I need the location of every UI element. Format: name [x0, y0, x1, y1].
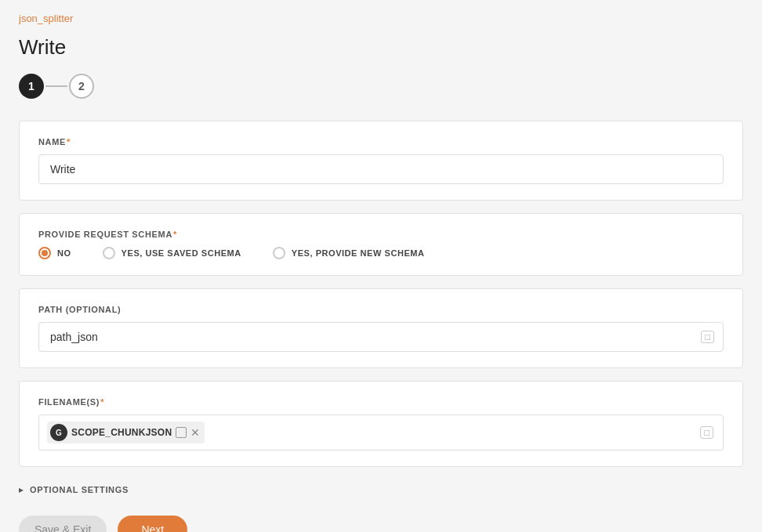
radio-dot-no [38, 247, 51, 259]
save-exit-button[interactable]: Save & Exit [19, 516, 107, 532]
schema-label: PROVIDE REQUEST SCHEMA* [38, 230, 724, 239]
name-label: NAME* [38, 137, 724, 147]
step-connector [45, 85, 67, 87]
schema-section: PROVIDE REQUEST SCHEMA* NO YES, USE SAVE… [19, 213, 743, 276]
optional-settings-toggle[interactable]: ▸ OPTIONAL SETTINGS [19, 480, 743, 500]
breadcrumb[interactable]: json_splitter [19, 13, 743, 24]
filenames-section: FILENAME(S)* G SCOPE_CHUNKJSON ✕ □ [19, 381, 743, 467]
page-container: json_splitter Write 1 2 NAME* PROVIDE RE… [0, 0, 762, 532]
next-button[interactable]: Next [118, 516, 187, 532]
v-icon-path[interactable]: □ [701, 331, 714, 343]
name-input[interactable] [38, 154, 724, 184]
radio-option-new[interactable]: YES, PROVIDE NEW SCHEMA [273, 247, 425, 259]
radio-dot-saved [103, 247, 115, 259]
radio-group: NO YES, USE SAVED SCHEMA YES, PROVIDE NE… [38, 247, 724, 259]
filename-tag: G SCOPE_CHUNKJSON ✕ [47, 422, 205, 443]
radio-option-saved[interactable]: YES, USE SAVED SCHEMA [103, 247, 241, 259]
page-title: Write [19, 35, 743, 60]
step-1: 1 [19, 74, 44, 99]
filenames-label: FILENAME(S)* [38, 397, 724, 407]
tag-text: SCOPE_CHUNKJSON [71, 427, 172, 438]
filenames-input-area[interactable]: G SCOPE_CHUNKJSON ✕ □ [38, 414, 724, 451]
optional-settings-label: OPTIONAL SETTINGS [30, 485, 129, 494]
step-2: 2 [69, 74, 94, 99]
radio-label-saved: YES, USE SAVED SCHEMA [122, 248, 241, 258]
tag-close-icon[interactable]: ✕ [190, 427, 200, 438]
path-input-wrapper: □ [38, 322, 724, 352]
button-bar: Save & Exit Next [19, 516, 743, 532]
tag-square-icon[interactable] [176, 427, 187, 438]
path-section: PATH (OPTIONAL) □ [19, 288, 743, 368]
radio-option-no[interactable]: NO [38, 247, 71, 259]
tag-avatar: G [50, 424, 67, 441]
v-icon-filenames[interactable]: □ [700, 426, 713, 439]
path-input[interactable] [38, 322, 724, 352]
radio-label-new: YES, PROVIDE NEW SCHEMA [292, 248, 425, 258]
path-label: PATH (OPTIONAL) [38, 305, 724, 314]
stepper: 1 2 [19, 74, 743, 99]
radio-dot-new [273, 247, 285, 259]
radio-label-no: NO [57, 248, 71, 258]
name-section: NAME* [19, 121, 743, 201]
chevron-right-icon: ▸ [19, 484, 24, 495]
